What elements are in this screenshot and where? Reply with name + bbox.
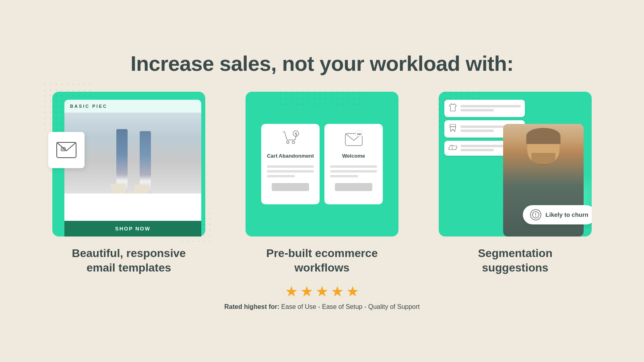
welcome-label: Welcome xyxy=(342,153,365,159)
svg-rect-12 xyxy=(450,124,456,127)
card2-label: Pre-built ecommerce workflows xyxy=(254,246,390,276)
card-email-templates: BASIC PIEC SHOP NOW Beautiful, responsiv… xyxy=(40,92,217,276)
cart-btn xyxy=(272,183,310,191)
l2 xyxy=(460,130,494,132)
cart-lines xyxy=(267,165,314,177)
line2 xyxy=(330,170,377,173)
dots-top xyxy=(278,92,366,107)
page-title: Increase sales, not your workload with: xyxy=(130,51,513,76)
line1 xyxy=(267,165,314,168)
shoes-icon xyxy=(448,144,457,152)
l2 xyxy=(460,109,494,111)
hi-envelope-icon: Hi! xyxy=(345,130,363,149)
shop-now-button[interactable]: SHOP NOW xyxy=(64,221,201,237)
svg-line-13 xyxy=(452,145,452,150)
line1 xyxy=(330,165,377,168)
line3 xyxy=(267,175,295,177)
email-card: BASIC PIEC SHOP NOW xyxy=(52,92,205,237)
email-card-inner: BASIC PIEC SHOP NOW xyxy=(64,100,201,237)
shirt-lines xyxy=(460,105,521,111)
churn-badge: Likely to churn xyxy=(523,205,592,224)
cart-icon xyxy=(281,130,300,147)
cards-container: BASIC PIEC SHOP NOW Beautiful, responsiv… xyxy=(40,92,604,276)
stars-row: ★ ★ ★ ★ ★ xyxy=(285,283,359,300)
cart-label: Cart Abandonment xyxy=(267,153,314,159)
card3-label: Segmentation suggestions xyxy=(447,246,584,276)
brand-name: BASIC PIEC xyxy=(64,100,201,113)
star-3: ★ xyxy=(316,283,328,300)
welcome-card: Hi! Welcome xyxy=(324,124,383,204)
rating-section: ★ ★ ★ ★ ★ Rated highest for: Ease of Use… xyxy=(224,283,420,311)
svg-point-7 xyxy=(287,141,289,144)
rating-details: Ease of Use - Ease of Setup - Quality of… xyxy=(281,303,420,310)
product-image xyxy=(64,113,201,193)
star-2: ★ xyxy=(300,283,313,300)
shoe-right xyxy=(134,185,149,193)
email-icon-float xyxy=(48,132,85,168)
svg-text:Hi!: Hi! xyxy=(357,132,361,136)
line2 xyxy=(267,170,314,173)
l2 xyxy=(460,149,494,151)
line3 xyxy=(330,175,358,177)
rating-prefix: Rated highest for: xyxy=(224,303,279,310)
workflow-card: Cart Abandonment Hi! xyxy=(246,92,398,237)
cart-abandonment-card: Cart Abandonment xyxy=(261,124,320,204)
shirt-icon xyxy=(448,103,457,114)
card-workflows: Cart Abandonment Hi! xyxy=(233,92,411,276)
svg-point-16 xyxy=(535,216,536,217)
rating-text: Rated highest for: Ease of Use - Ease of… xyxy=(224,303,420,311)
segmentation-card: Likely to churn xyxy=(439,92,592,237)
l1 xyxy=(460,105,521,107)
shoe-left xyxy=(110,184,126,193)
star-4: ★ xyxy=(331,283,344,300)
card1-label: Beautiful, responsive email templates xyxy=(60,246,197,276)
welcome-btn xyxy=(335,183,373,191)
welcome-lines xyxy=(330,165,377,177)
churn-text: Likely to churn xyxy=(545,211,588,218)
pants-icon xyxy=(448,123,457,134)
star-5: ★ xyxy=(346,283,359,300)
product-shirt xyxy=(444,100,525,117)
card-segmentation: Likely to churn Segmentation suggestions xyxy=(427,92,604,276)
churn-icon xyxy=(530,209,541,220)
svg-point-8 xyxy=(292,141,295,144)
star-1: ★ xyxy=(285,283,298,300)
leg-right xyxy=(140,131,151,193)
